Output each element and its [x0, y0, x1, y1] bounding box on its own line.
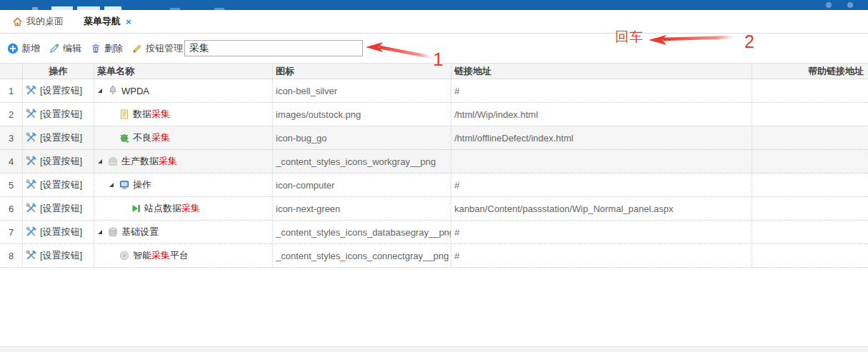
table-row[interactable]: 4[设置按钮]生产数据采集_content_styles_icons_workg… — [0, 150, 868, 174]
link-address-text: kanban/Content/passstation/Wip_Normal_pa… — [452, 197, 752, 220]
delete-button[interactable]: 删除 — [90, 42, 123, 55]
topbar — [0, 0, 868, 10]
settings-wrench-icon — [26, 85, 37, 96]
logo-fragment — [77, 6, 100, 10]
work-gray-icon — [107, 156, 119, 167]
table-row[interactable]: 7[设置按钮]基础设置_content_styles_icons_databas… — [0, 221, 868, 244]
tab-menu-navigation[interactable]: 菜单导航 × — [84, 15, 131, 28]
settings-wrench-icon — [26, 226, 37, 238]
logo-fragment — [51, 6, 73, 10]
icon-class-text: _content_styles_icons_databasegray__png — [273, 221, 452, 243]
link-address-text — [452, 150, 752, 173]
menu-name-cell: 数据采集 — [94, 103, 273, 126]
help-link-address-cell — [752, 79, 868, 102]
operation-cell: [设置按钮] — [23, 221, 94, 243]
set-button-link[interactable]: [设置按钮] — [40, 131, 82, 144]
menu-name-cell: WPDA — [94, 79, 273, 102]
settings-wrench-icon — [26, 179, 37, 191]
expand-triangle-icon[interactable] — [97, 86, 106, 95]
menu-name-cell: 操作 — [94, 174, 273, 196]
menu-name: 不良采集 — [133, 131, 170, 144]
toolbar: 新增 编辑 删除 按钮管理 — [0, 34, 868, 63]
row-number: 5 — [0, 174, 23, 196]
operation-cell: [设置按钮] — [23, 150, 94, 173]
row-number: 1 — [0, 79, 23, 102]
menu-name: 站点数据采集 — [144, 202, 200, 215]
table-row[interactable]: 3[设置按钮]不良采集icon-bug_go/html/offlineDefec… — [0, 126, 868, 150]
link-address-text: # — [452, 79, 752, 102]
close-icon[interactable]: × — [126, 16, 131, 27]
add-button[interactable]: 新增 — [7, 42, 40, 55]
delete-button-label: 删除 — [104, 42, 123, 55]
settings-wrench-icon — [26, 132, 37, 144]
button-manage-label: 按钮管理 — [146, 42, 183, 55]
table-body: 1[设置按钮]WPDAicon-bell_silver#2[设置按钮]数据采集i… — [0, 79, 868, 268]
menu-name: 操作 — [133, 178, 151, 191]
table-row[interactable]: 8[设置按钮]智能采集平台_content_styles_icons_conne… — [0, 244, 868, 268]
row-number: 7 — [0, 221, 23, 243]
edit-pencil-icon — [49, 43, 60, 54]
expand-triangle-icon[interactable] — [97, 157, 106, 166]
set-button-link[interactable]: [设置按钮] — [40, 202, 82, 215]
link-address-text: /html/Wip/index.html — [452, 103, 752, 126]
operation-cell: [设置按钮] — [23, 79, 94, 102]
column-header[interactable]: 操作 — [23, 64, 94, 79]
operation-cell: [设置按钮] — [23, 244, 94, 267]
bell-silver-icon — [107, 85, 119, 96]
next-green-icon — [130, 203, 141, 214]
row-number: 8 — [0, 244, 23, 267]
menu-name: 生产数据采集 — [121, 155, 177, 168]
button-manage-pencil-icon — [131, 43, 143, 54]
table-row[interactable]: 1[设置按钮]WPDAicon-bell_silver# — [0, 79, 868, 103]
column-header[interactable]: 菜单名称 — [94, 64, 273, 79]
logo-fragment — [104, 6, 121, 10]
menu-name-cell: 站点数据采集 — [94, 197, 273, 220]
logo-fragment — [170, 8, 180, 10]
set-button-link[interactable]: [设置按钮] — [40, 84, 82, 97]
help-link-address-cell — [752, 150, 868, 173]
settings-wrench-icon — [26, 109, 37, 120]
home-icon — [12, 16, 23, 27]
column-header[interactable]: 帮助链接地址 — [752, 64, 868, 79]
operation-cell: [设置按钮] — [23, 103, 94, 126]
tab-my-desktop[interactable]: 我的桌面 — [12, 15, 64, 28]
link-address-text: # — [452, 174, 752, 196]
help-link-address-cell — [752, 221, 868, 243]
database-gray-icon — [107, 226, 119, 238]
operation-cell: [设置按钮] — [23, 174, 94, 196]
menu-name: 智能采集平台 — [133, 249, 189, 262]
set-button-link[interactable]: [设置按钮] — [40, 249, 82, 262]
table-row[interactable]: 5[设置按钮]操作icon-computer# — [0, 174, 868, 197]
set-button-link[interactable]: [设置按钮] — [40, 108, 82, 121]
table-header: 操作菜单名称图标链接地址帮助链接地址 — [0, 63, 868, 79]
row-number: 4 — [0, 150, 23, 173]
row-number: 2 — [0, 103, 23, 126]
menu-navigation-table: 操作菜单名称图标链接地址帮助链接地址 1[设置按钮]WPDAicon-bell_… — [0, 63, 868, 268]
set-button-link[interactable]: [设置按钮] — [40, 155, 82, 168]
settings-wrench-icon — [26, 203, 37, 214]
table-row[interactable]: 2[设置按钮]数据采集images/outstock.png/html/Wip/… — [0, 103, 868, 126]
icon-class-text: icon-bell_silver — [273, 79, 452, 102]
table-row[interactable]: 6[设置按钮]站点数据采集icon-next-greenkanban/Conte… — [0, 197, 868, 221]
set-button-link[interactable]: [设置按钮] — [40, 226, 82, 238]
button-manage-button[interactable]: 按钮管理 — [131, 42, 183, 55]
computer-icon — [119, 179, 130, 191]
icon-class-text: icon-next-green — [273, 197, 452, 220]
operation-cell: [设置按钮] — [23, 197, 94, 220]
icon-class-text: _content_styles_icons_connectgray__png — [273, 244, 452, 267]
column-header[interactable]: 链接地址 — [452, 64, 752, 79]
menu-name: 基础设置 — [121, 226, 159, 238]
logo-fragment — [214, 8, 224, 10]
edit-button[interactable]: 编辑 — [49, 42, 81, 55]
icon-class-text: _content_styles_icons_workgray__png — [273, 150, 452, 173]
operation-cell: [设置按钮] — [23, 126, 94, 149]
set-button-link[interactable]: [设置按钮] — [40, 178, 82, 191]
expand-triangle-icon[interactable] — [109, 181, 117, 189]
search-input[interactable] — [184, 40, 363, 56]
document-icon — [119, 109, 130, 120]
column-header[interactable]: 图标 — [273, 64, 452, 79]
expand-triangle-icon[interactable] — [97, 228, 106, 236]
help-link-address-cell — [752, 103, 868, 126]
icon-class-text: images/outstock.png — [273, 103, 452, 126]
column-header[interactable] — [0, 64, 23, 79]
